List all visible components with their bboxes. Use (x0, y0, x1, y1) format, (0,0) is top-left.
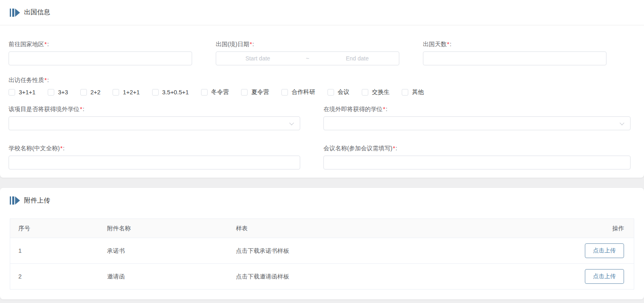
start-date-input[interactable]: Start date (216, 55, 299, 62)
table-header-row: 序号 附件名称 样表 操作 (10, 219, 634, 238)
field-date-range: 出国(境)日期*: Start date ~ End date (216, 40, 399, 65)
days-input[interactable] (423, 51, 606, 65)
cell-name: 承诺书 (99, 238, 228, 264)
field-degree-flag: 该项目是否将获得境外学位*: (9, 105, 300, 130)
checkbox-icon[interactable] (362, 89, 368, 96)
chevron-down-icon (289, 120, 294, 125)
table-row: 2 邀请函 点击下载邀请函样板 点击上传 (10, 264, 634, 290)
cell-no: 2 (10, 264, 99, 290)
checkbox-icon[interactable] (328, 89, 334, 96)
header-action: 操作 (569, 219, 634, 238)
end-date-input[interactable]: End date (316, 55, 399, 62)
school-label: 学校名称(中文全称)*: (9, 144, 300, 152)
degree-flag-select[interactable] (9, 116, 300, 130)
header-name: 附件名称 (99, 219, 228, 238)
checkbox-icon[interactable] (152, 89, 159, 96)
field-task-nature: 出访任务性质*: 3+1+1 3+3 2+2 1+2+1 3.5+0.5+1 冬… (9, 76, 635, 96)
going-abroad-form: 前往国家地区*: 出国(境)日期*: Start date ~ End date… (0, 25, 644, 169)
checkbox-cooperative-research[interactable]: 合作科研 (281, 88, 315, 96)
required-asterisk: * (44, 77, 47, 83)
checkbox-icon[interactable] (113, 89, 119, 96)
bars-play-icon (10, 196, 20, 205)
cell-no: 1 (10, 238, 99, 264)
attachments-table: 序号 附件名称 样表 操作 1 承诺书 点击下载承诺书样板 点击上传 2 邀请函… (10, 218, 634, 290)
date-label: 出国(境)日期*: (216, 40, 399, 48)
field-destination: 前往国家地区*: (9, 40, 192, 65)
checkbox-3.5+0.5+1[interactable]: 3.5+0.5+1 (152, 89, 189, 96)
required-asterisk: * (393, 145, 395, 152)
header-sample: 样表 (228, 219, 569, 238)
going-abroad-panel: 出国信息 前往国家地区*: 出国(境)日期*: Start date ~ End… (0, 0, 644, 178)
checkbox-conference[interactable]: 会议 (328, 88, 350, 96)
cell-name: 邀请函 (99, 264, 228, 290)
required-asterisk: * (60, 145, 63, 152)
checkbox-icon[interactable] (402, 89, 408, 96)
attachments-table-wrap: 序号 附件名称 样表 操作 1 承诺书 点击下载承诺书样板 点击上传 2 邀请函… (10, 218, 634, 290)
header-no: 序号 (10, 219, 99, 238)
field-days: 出国天数*: (423, 40, 606, 65)
degree-flag-label: 该项目是否将获得境外学位*: (9, 105, 300, 113)
attachments-title: 附件上传 (24, 196, 50, 205)
cell-sample-link[interactable]: 点击下载邀请函样板 (228, 264, 569, 290)
checkbox-3+3[interactable]: 3+3 (48, 89, 68, 96)
bars-play-icon (10, 9, 20, 17)
chevron-down-icon (620, 120, 624, 125)
date-range-separator: ~ (299, 55, 316, 62)
required-asterisk: * (80, 106, 82, 112)
checkbox-icon[interactable] (201, 89, 208, 96)
upload-button[interactable]: 点击上传 (585, 243, 624, 258)
checkbox-icon[interactable] (9, 89, 15, 96)
attachments-panel: 附件上传 序号 附件名称 样表 操作 1 承诺书 点击下载承诺书样板 点击上传 (0, 188, 644, 299)
school-input[interactable] (9, 156, 300, 169)
checkbox-winter-camp[interactable]: 冬令营 (201, 88, 229, 96)
checkbox-2+2[interactable]: 2+2 (80, 89, 101, 96)
required-asterisk: * (447, 41, 449, 47)
date-range-input[interactable]: Start date ~ End date (216, 51, 399, 65)
upload-button[interactable]: 点击上传 (585, 269, 624, 284)
required-asterisk: * (383, 106, 385, 112)
going-abroad-title: 出国信息 (24, 8, 50, 17)
destination-input[interactable] (9, 51, 192, 65)
degree-label: 在境外即将获得的学位*: (323, 105, 631, 113)
checkbox-exchange-student[interactable]: 交换生 (362, 88, 390, 96)
checkbox-summer-camp[interactable]: 夏令营 (241, 88, 269, 96)
attachments-header: 附件上传 (0, 188, 644, 213)
cell-sample-link[interactable]: 点击下载承诺书样板 (228, 238, 569, 264)
field-school: 学校名称(中文全称)*: (9, 144, 300, 169)
going-abroad-header: 出国信息 (0, 0, 644, 25)
task-nature-label: 出访任务性质*: (9, 76, 635, 84)
table-row: 1 承诺书 点击下载承诺书样板 点击上传 (10, 238, 634, 264)
required-asterisk: * (44, 41, 47, 47)
conference-label: 会议名称(参加会议需填写)*: (323, 144, 631, 152)
checkbox-icon[interactable] (80, 89, 87, 96)
days-label: 出国天数*: (423, 40, 606, 48)
checkbox-icon[interactable] (241, 89, 248, 96)
required-asterisk: * (250, 41, 252, 47)
degree-select[interactable] (323, 116, 631, 130)
checkbox-other[interactable]: 其他 (402, 88, 424, 96)
checkbox-icon[interactable] (281, 89, 288, 96)
checkbox-icon[interactable] (48, 89, 54, 96)
destination-label: 前往国家地区*: (9, 40, 192, 48)
field-degree: 在境外即将获得的学位*: (323, 105, 631, 130)
field-conference: 会议名称(参加会议需填写)*: (323, 144, 631, 169)
checkbox-1+2+1[interactable]: 1+2+1 (113, 89, 139, 96)
checkbox-3+1+1[interactable]: 3+1+1 (9, 89, 35, 96)
conference-input[interactable] (323, 156, 631, 169)
